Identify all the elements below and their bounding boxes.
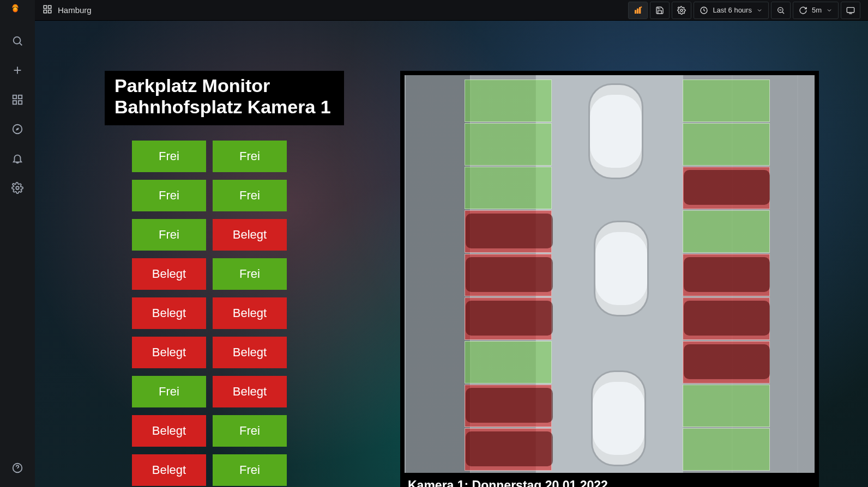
refresh-interval-label: 5m (812, 6, 822, 14)
status-tile: Frei (132, 376, 206, 407)
camera-slot-overlay (465, 123, 552, 166)
time-range-label: Last 6 hours (713, 6, 752, 14)
status-tile: Belegt (213, 376, 287, 407)
status-tile: Belegt (132, 454, 206, 486)
svg-rect-6 (19, 101, 22, 104)
camera-car-shape (466, 431, 553, 466)
status-tile: Belegt (132, 337, 206, 368)
svg-line-1 (20, 43, 22, 45)
camera-slot-overlay (683, 123, 770, 166)
camera-car-shape (466, 257, 553, 292)
camera-car-shape (684, 257, 770, 292)
nav-rail (0, 0, 35, 487)
status-tile: Frei (213, 415, 287, 447)
camera-slot-overlay (465, 167, 552, 209)
camera-slot-overlay (683, 210, 770, 253)
svg-rect-14 (49, 5, 51, 8)
camera-caption: Kamera 1; Donnerstag 20.01.2022 (405, 473, 815, 487)
svg-rect-7 (13, 101, 16, 104)
help-icon[interactable] (11, 462, 23, 476)
add-panel-button[interactable] (628, 2, 648, 19)
camera-slot-overlay (683, 385, 770, 427)
camera-image (405, 75, 815, 473)
svg-rect-22 (635, 10, 636, 13)
title-line-2: Bahnhofsplatz Kamera 1 (114, 96, 331, 118)
tv-mode-button[interactable] (841, 2, 860, 19)
svg-point-27 (680, 9, 683, 11)
svg-marker-9 (16, 127, 19, 131)
time-range-picker[interactable]: Last 6 hours (694, 2, 769, 19)
camera-slot-overlay (683, 428, 770, 471)
svg-rect-4 (13, 95, 16, 99)
svg-rect-5 (19, 95, 22, 99)
status-tile: Frei (132, 219, 206, 251)
title-line-1: Parkplatz Monitor (114, 75, 331, 96)
search-icon[interactable] (11, 35, 23, 49)
camera-car-shape (684, 301, 770, 336)
user-avatar-icon[interactable] (10, 434, 25, 448)
camera-car-shape (466, 301, 553, 336)
svg-point-0 (14, 37, 21, 44)
camera-panel: Kamera 1; Donnerstag 20.01.2022 (400, 71, 819, 487)
dashboard-grid-icon[interactable] (43, 4, 52, 16)
camera-slot-overlay (465, 80, 552, 122)
status-tile: Belegt (213, 219, 287, 251)
save-button[interactable] (650, 2, 670, 19)
svg-rect-16 (44, 10, 46, 13)
zoom-out-button[interactable] (771, 2, 791, 19)
alerting-icon[interactable] (11, 153, 23, 167)
camera-car-shape (684, 170, 770, 205)
status-tile: Belegt (132, 258, 206, 290)
svg-rect-24 (640, 7, 641, 13)
topbar: Hamburg Last 6 hours 5m (35, 0, 868, 21)
grafana-logo-icon[interactable] (9, 3, 26, 20)
svg-line-30 (782, 12, 784, 14)
svg-rect-32 (847, 7, 854, 12)
svg-rect-15 (49, 10, 51, 13)
dashboard-canvas: Parkplatz Monitor Bahnhofsplatz Kamera 1… (35, 21, 868, 487)
status-tile: Frei (132, 141, 206, 172)
status-tile: Frei (132, 180, 206, 211)
explore-icon[interactable] (11, 123, 23, 137)
status-tile: Belegt (132, 415, 206, 447)
camera-car-shape (466, 214, 553, 248)
settings-button[interactable] (672, 2, 691, 19)
camera-slot-overlay (683, 80, 770, 122)
create-icon[interactable] (11, 64, 23, 78)
dashboard-title[interactable]: Hamburg (58, 5, 92, 15)
svg-rect-23 (637, 9, 638, 13)
status-tile: Belegt (132, 297, 206, 329)
refresh-picker[interactable]: 5m (793, 2, 839, 19)
camera-car-shape (466, 388, 553, 423)
status-tile: Belegt (213, 337, 287, 368)
status-tile-grid: FreiFreiFreiFreiFreiBelegtBelegtFreiBele… (132, 141, 287, 486)
title-panel: Parkplatz Monitor Bahnhofsplatz Kamera 1 (105, 71, 344, 125)
svg-point-10 (16, 186, 19, 190)
status-tile: Frei (213, 258, 287, 290)
dashboards-icon[interactable] (11, 94, 23, 108)
status-tile: Belegt (213, 297, 287, 329)
camera-car-shape (684, 344, 770, 379)
config-icon[interactable] (11, 182, 23, 196)
status-tile: Frei (213, 180, 287, 211)
camera-slot-overlay (465, 341, 552, 383)
status-tile: Frei (213, 454, 287, 486)
svg-rect-13 (44, 5, 46, 8)
status-tile: Frei (213, 141, 287, 172)
